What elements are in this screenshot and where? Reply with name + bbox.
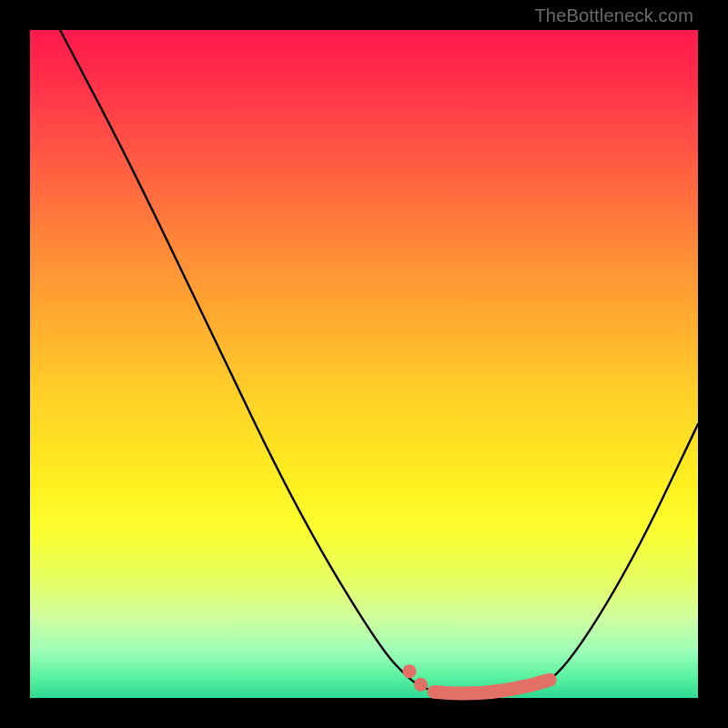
accent-dot [414,678,428,692]
bottleneck-curve [60,30,698,694]
bottleneck-plot [30,30,698,698]
accent-markers [402,664,550,693]
chart-area [30,30,698,698]
accent-stroke [434,680,550,693]
watermark-text: TheBottleneck.com [534,5,693,26]
accent-dot [402,664,416,678]
